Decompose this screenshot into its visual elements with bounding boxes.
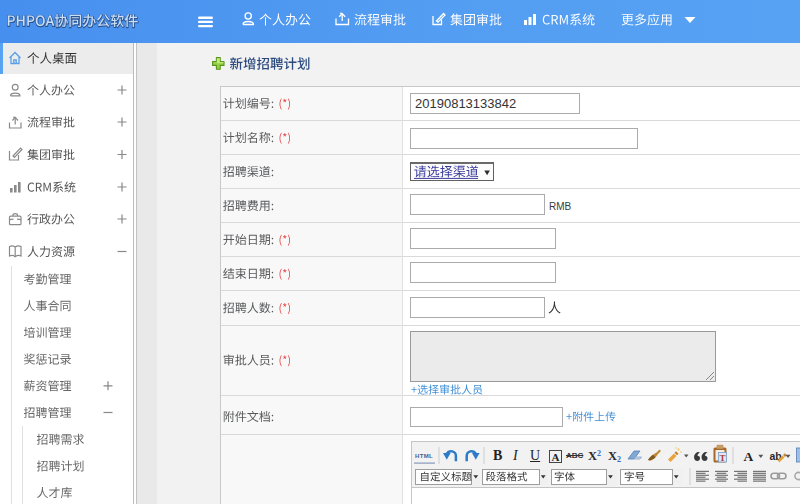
svg-text:A: A bbox=[744, 449, 754, 464]
svg-text:T: T bbox=[719, 453, 725, 463]
